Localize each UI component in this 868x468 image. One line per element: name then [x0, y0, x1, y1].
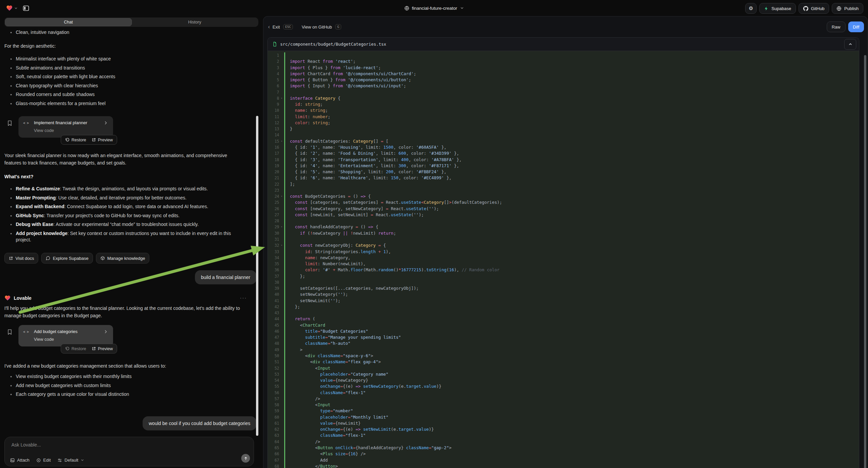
sidebar-toggle-button[interactable]: [21, 3, 31, 13]
code-scrollbar[interactable]: [864, 55, 866, 468]
send-button[interactable]: [241, 454, 250, 463]
code-line: 31: [268, 236, 859, 242]
visit-docs-button[interactable]: Visit docs: [4, 253, 38, 264]
code-line: 49 >: [268, 347, 859, 353]
lovable-logo-menu[interactable]: [6, 5, 18, 11]
collapse-file-button[interactable]: [844, 39, 856, 50]
code-line: 35 limit: Number(newLimit),: [268, 261, 859, 267]
chevron-left-icon: ‹: [268, 24, 270, 30]
restore-button[interactable]: Restore: [65, 347, 86, 351]
composer: Attach Edit Default: [4, 437, 254, 466]
lovable-heart-icon: [4, 295, 11, 301]
code-line: 37 };: [268, 273, 859, 279]
code-line: 53 placeholder="Category name": [268, 371, 859, 377]
code-viewer: src/components/budget/BudgetCategories.t…: [268, 37, 859, 468]
code-body[interactable]: 12import React from 'react';3import { Pl…: [268, 51, 859, 468]
code-line: 34 name: newCategory,: [268, 255, 859, 261]
tab-history[interactable]: History: [132, 18, 258, 26]
next-steps-list: Refine & Customize: Tweak the design, an…: [4, 186, 244, 246]
code-line: 18 { id: '3', name: 'Transportation', li…: [268, 157, 859, 163]
design-heading: For the design aesthetic:: [4, 42, 252, 50]
chevron-right-icon[interactable]: [104, 330, 108, 334]
restore-icon: [65, 138, 69, 142]
view-on-github-button[interactable]: View on GitHub: [302, 25, 332, 30]
exit-button[interactable]: Exit: [273, 25, 280, 30]
view-code-link[interactable]: View code: [34, 337, 113, 342]
code-line: 42 };: [268, 304, 859, 310]
code-line: 27 const [newLimit, setNewLimit] = React…: [268, 212, 859, 218]
code-line: 24▾const BudgetCategories = () => {: [268, 194, 859, 199]
bullet-item: Soft, neutral color palette with light b…: [4, 74, 252, 80]
code-line: 32▾ const newCategoryObj: Category = {: [268, 242, 859, 248]
code-line: 8▾interface Category {: [268, 95, 859, 101]
manage-knowledge-button[interactable]: Manage knowledge: [96, 253, 150, 264]
code-icon: < >: [23, 330, 31, 334]
code-line: 61 value={newLimit}: [268, 420, 859, 427]
code-line: 40 setNewCategory('');: [268, 291, 859, 297]
raw-toggle-button[interactable]: Raw: [827, 22, 845, 32]
github-icon: [803, 6, 808, 11]
project-switcher[interactable]: financial-future-creator: [404, 0, 464, 16]
version-card[interactable]: < > Implement financial planner View cod…: [19, 116, 113, 138]
code-line: 4import ChartCard from '@/components/ui/…: [268, 71, 859, 77]
code-line: 51 <div className="flex gap-4">: [268, 359, 859, 365]
added-paragraph: I've added a new budget categories manag…: [4, 362, 252, 370]
mode-selector[interactable]: Default: [57, 458, 84, 463]
bullet-item: Rounded corners and subtle shadows: [4, 91, 252, 98]
preview-button[interactable]: Preview: [92, 347, 113, 351]
code-line: 11 limit: number;: [268, 114, 859, 120]
settings-button[interactable]: ⚙: [745, 3, 756, 14]
view-code-link[interactable]: View code: [34, 128, 113, 133]
chat-input[interactable]: [11, 442, 248, 448]
whats-next-heading: What's next?: [4, 174, 252, 179]
restore-preview-pill: Restore Preview: [61, 344, 117, 353]
version-card-1-wrap: < > Implement financial planner View cod…: [19, 116, 119, 148]
chat-scrollbar[interactable]: [256, 116, 258, 436]
publish-button[interactable]: Publish: [832, 3, 863, 14]
bookmark-icon[interactable]: [7, 329, 12, 335]
chevron-right-icon[interactable]: [104, 121, 108, 125]
message-menu-button[interactable]: ···: [240, 295, 247, 300]
code-panel: ‹ Exit ESC View on GitHub G Raw Diff src…: [263, 16, 868, 468]
supabase-button[interactable]: Supabase: [759, 3, 796, 14]
external-link-icon: [9, 256, 13, 261]
code-line: 22];: [268, 181, 859, 187]
target-icon: [36, 458, 41, 463]
bookmark-icon[interactable]: [7, 120, 12, 126]
code-line: 55 onChange={(e) => setNewCategory(e.tar…: [268, 383, 859, 389]
code-line: 45 <ChartCard: [268, 322, 859, 328]
attach-button[interactable]: Attach: [10, 458, 30, 463]
diff-toggle-button[interactable]: Diff: [848, 22, 864, 32]
edit-mode-button[interactable]: Edit: [36, 458, 51, 463]
lovable-app: financial-future-creator ⚙ Supabase GitH…: [0, 0, 868, 468]
restore-button[interactable]: Restore: [65, 138, 86, 142]
bullet-item: Add project knowledge: Set key context o…: [4, 230, 244, 243]
code-line: 10 name: string;: [268, 108, 859, 114]
version-card-2-wrap: < > Add budget categories View code Rest…: [19, 325, 119, 357]
diff-added-bar: [284, 52, 285, 468]
file-path: src/components/budget/BudgetCategories.t…: [280, 41, 841, 47]
gear-icon: ⚙: [749, 5, 753, 11]
file-path-bar: src/components/budget/BudgetCategories.t…: [268, 38, 859, 51]
version-card-selected[interactable]: < > Add budget categories View code: [19, 325, 113, 347]
tab-chat[interactable]: Chat: [5, 18, 132, 26]
code-lines: 12import React from 'react';3import { Pl…: [268, 52, 859, 468]
preview-button[interactable]: Preview: [92, 138, 113, 142]
bullet-item: Minimalist interface with plenty of whit…: [4, 56, 252, 62]
bullet-item: Master Prompting: Use clear, detailed, a…: [4, 195, 244, 201]
code-line: 60 placeholder="Monthly limit": [268, 414, 859, 420]
external-link-icon: [92, 138, 96, 142]
code-line: 50 <div className="space-y-6">: [268, 353, 859, 359]
code-line: 28: [268, 218, 859, 224]
code-line: 25 const [categories, setCategories] = R…: [268, 199, 859, 205]
explore-supabase-button[interactable]: Explore Supabase: [41, 253, 93, 264]
user-message: build a financial planner: [195, 270, 256, 284]
code-line: 65 <Button onClick={handleAddCategory} c…: [268, 445, 859, 451]
bullet-item: Debug with Ease: Activate our experiment…: [4, 221, 244, 228]
code-line: 29▾ const handleAddCategory = () => {: [268, 224, 859, 230]
user-message: would be cool if you could add budget ca…: [143, 416, 256, 430]
chevron-down-icon: [81, 458, 84, 462]
code-line: 68 </Button>: [268, 463, 859, 468]
chat-bubble-icon: [45, 256, 50, 261]
github-button[interactable]: GitHub: [799, 3, 829, 14]
